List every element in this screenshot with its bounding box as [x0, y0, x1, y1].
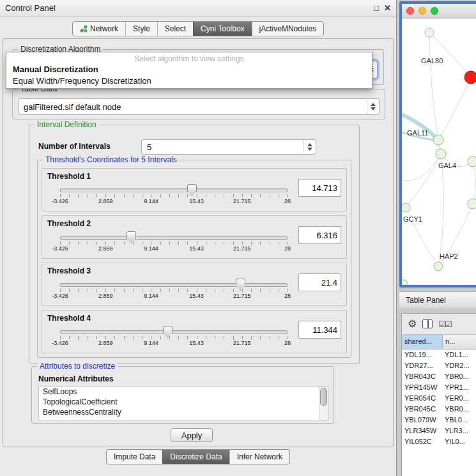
interval-definition-group: Interval Definition Number of Intervals …: [29, 125, 360, 364]
cell: YBR043C: [402, 371, 443, 382]
cyni-toolbox-panel: Discretization Algorithm Select algorith…: [3, 38, 394, 447]
scale-label: -3.426: [52, 198, 68, 204]
table-row[interactable]: YDR27...YDR2...: [402, 360, 476, 371]
tab-cyni-toolbox[interactable]: Cyni Toolbox: [193, 22, 251, 36]
cell: YBR045C: [402, 404, 443, 415]
node[interactable]: [468, 157, 476, 167]
list-item[interactable]: SelfLoops: [39, 387, 328, 397]
node[interactable]: [402, 280, 408, 285]
select-columns-checkbox-icon[interactable]: ☑☑: [438, 320, 450, 328]
columns-icon[interactable]: [422, 319, 433, 328]
menu-item-equal-width-frequency[interactable]: Equal Width/Frequency Discretization: [6, 75, 372, 87]
tab-infer-network[interactable]: Infer Network: [229, 450, 289, 464]
scale-label: 15.43: [189, 198, 204, 204]
numerical-attributes-list[interactable]: SelfLoops TopologicalCoefficient Between…: [38, 386, 328, 420]
edge: [438, 77, 471, 140]
table-data-value: galFiltered.sif default node: [24, 99, 121, 114]
close-button[interactable]: [406, 7, 414, 15]
slider-track[interactable]: [60, 188, 288, 192]
float-window-icon[interactable]: □: [374, 0, 379, 17]
table-row[interactable]: YER054CYER0...: [402, 393, 476, 404]
slider-track[interactable]: [60, 283, 288, 287]
node[interactable]: [468, 199, 476, 209]
tab-impute-data[interactable]: Impute Data: [107, 450, 162, 464]
scale-label: 28: [284, 245, 291, 252]
threshold-3-slider[interactable]: -3.426 2.859 9.144 15.43 21.715 28: [60, 279, 288, 303]
number-of-intervals-combobox[interactable]: 5: [141, 139, 316, 155]
apply-button[interactable]: Apply: [171, 428, 213, 442]
threshold-1-label: Threshold 1: [47, 172, 91, 181]
slider-scale: -3.426 2.859 9.144 15.43 21.715 28: [60, 293, 288, 300]
scale-label: 9.144: [144, 245, 158, 252]
node-selected-red[interactable]: [464, 71, 476, 84]
edge: [429, 33, 471, 77]
column-header-name[interactable]: n...: [443, 335, 476, 349]
interval-definition-title: Interval Definition: [35, 120, 99, 129]
table-body[interactable]: YDL19...YDL1... YDR27...YDR2... YBR043CY…: [402, 349, 476, 476]
tab-jactivemodules-label: jActiveMNodules: [259, 24, 316, 33]
table-row[interactable]: YLR345WYLR3...: [402, 426, 476, 436]
zoom-button[interactable]: [431, 7, 438, 15]
scale-label: 2.859: [98, 245, 113, 252]
table-row[interactable]: YBR045CYBR0...: [402, 404, 476, 415]
node-gcy1[interactable]: [402, 203, 410, 212]
threshold-1-panel: Threshold 1 -3.426 2.859 9.144 15.43 21.…: [42, 168, 347, 211]
node-label: GAL11: [407, 129, 428, 137]
table-row[interactable]: YPR145WYPR1...: [402, 382, 476, 393]
network-canvas[interactable]: GAL80 GAL11 GAL4 GCY1 HAP2: [402, 19, 476, 285]
minimize-button[interactable]: [418, 7, 426, 15]
tab-select-label: Select: [165, 24, 186, 33]
scrollbar-thumb[interactable]: [320, 388, 327, 406]
edge: [473, 162, 476, 204]
column-header-shared-name[interactable]: shared...: [402, 335, 443, 349]
edge: [429, 33, 438, 140]
tab-jactivemodules[interactable]: jActiveMNodules: [252, 22, 323, 36]
list-item[interactable]: BetweennessCentrality: [39, 407, 328, 417]
scale-label: 21.715: [233, 340, 251, 346]
list-item[interactable]: TopologicalCoefficient: [39, 397, 328, 407]
slider-scale: -3.426 2.859 9.144 15.43 21.715 28: [60, 198, 288, 206]
slider-track[interactable]: [60, 330, 288, 334]
table-row[interactable]: YIL052CYIL0...: [402, 436, 476, 447]
scale-label: 2.859: [98, 198, 113, 204]
tab-select[interactable]: Select: [157, 22, 193, 36]
threshold-4-slider[interactable]: -3.426 2.859 9.144 15.43 21.715 28: [60, 326, 288, 350]
table-row[interactable]: YBL079WYBL0...: [402, 415, 476, 426]
scale-label: 15.43: [189, 293, 204, 299]
gear-icon[interactable]: ⚙: [408, 319, 417, 329]
cell: YDR2...: [443, 360, 476, 371]
menu-item-manual-discretization[interactable]: Manual Discretization: [6, 64, 372, 75]
network-view-window: GAL80 GAL11 GAL4 GCY1 HAP2: [399, 1, 476, 288]
number-of-intervals-value: 5: [147, 140, 151, 154]
tab-style[interactable]: Style: [125, 22, 157, 36]
tab-network[interactable]: Network: [73, 22, 125, 36]
node-hap2[interactable]: [434, 262, 443, 271]
list-scrollbar[interactable]: [319, 387, 328, 420]
combo-arrows-icon: [367, 100, 378, 114]
threshold-3-value-field[interactable]: [298, 273, 341, 291]
close-icon[interactable]: ✕: [384, 0, 391, 17]
threshold-2-slider[interactable]: -3.426 2.859 9.144 15.43 21.715 28: [60, 231, 288, 256]
table-data-combobox[interactable]: galFiltered.sif default node: [18, 98, 380, 115]
scale-label: 28: [284, 293, 291, 299]
threshold-1-value-field[interactable]: [298, 179, 341, 197]
bottom-tab-segment: Impute Data Discretize Data Infer Networ…: [106, 449, 290, 464]
table-row[interactable]: YBR043CYBR0...: [402, 371, 476, 382]
cell: YBL0...: [443, 415, 476, 426]
tab-discretize-data-label: Discretize Data: [170, 452, 222, 461]
scale-label: 21.715: [233, 198, 251, 204]
window-buttons: □ ✕: [374, 0, 391, 17]
table-row[interactable]: YDL19...YDL1...: [402, 349, 476, 360]
node-label: HAP2: [440, 252, 458, 260]
node-gal4[interactable]: [436, 149, 446, 159]
slider-track[interactable]: [60, 236, 288, 240]
threshold-1-slider[interactable]: -3.426 2.859 9.144 15.43 21.715 28: [60, 184, 288, 208]
node-gal11[interactable]: [433, 135, 443, 145]
threshold-4-value-field[interactable]: [298, 321, 341, 339]
scale-label: 21.715: [233, 293, 251, 299]
cell: YLR345W: [402, 426, 443, 436]
threshold-2-value-field[interactable]: [298, 226, 341, 244]
cell: YER0...: [443, 393, 476, 404]
node[interactable]: [425, 28, 434, 37]
tab-discretize-data[interactable]: Discretize Data: [162, 450, 229, 464]
